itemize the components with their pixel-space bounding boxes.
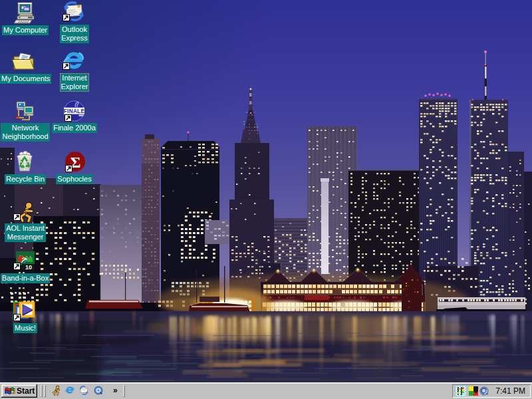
svg-text:10: 10 <box>25 264 32 271</box>
svg-text:FINALE: FINALE <box>64 108 85 114</box>
